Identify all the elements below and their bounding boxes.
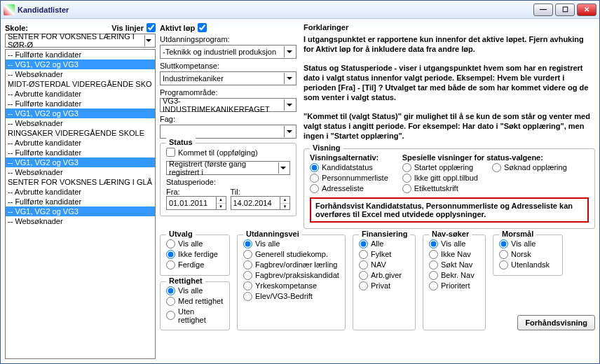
rettighet-fieldset: RettighetVis alleMed rettighetUten retti…	[160, 281, 230, 330]
radio-ikke-ferdige[interactable]: Ikke ferdige	[166, 250, 224, 259]
list-item[interactable]: -- Fullførte kandidater	[6, 197, 155, 206]
list-item[interactable]: -- VG1, VG2 og VG3	[6, 206, 155, 216]
forklaringer-heading: Forklaringer	[304, 23, 595, 31]
radio-fagbrev-ordin-r-l-rling[interactable]: Fagbrev/ordinær lærling	[243, 260, 339, 270]
radio-vis-alle[interactable]: Vis alle	[243, 239, 339, 248]
minimize-button[interactable]: —	[533, 4, 553, 16]
programomrade-combo[interactable]: VG3-INDUSTRIMEKANIKERFAGET	[160, 98, 296, 112]
radio-prioritert[interactable]: Prioritert	[429, 281, 479, 290]
radio-s-kt-nav[interactable]: Søkt Nav	[429, 260, 479, 270]
skole-combo[interactable]: SENTER FOR VOKSNES LÆRING I SØR-Ø	[5, 34, 156, 48]
visning-row: Visningsalternativ: Kandidatstatus Perso…	[310, 153, 589, 193]
radio-vis-alle[interactable]: Vis alle	[499, 239, 557, 248]
radio-utenlandsk[interactable]: Utenlandsk	[499, 260, 557, 270]
list-item[interactable]: -- Fullførte kandidater	[6, 50, 155, 59]
radio-elev-vg3-bedrift[interactable]: Elev/VG3-Bedrift	[243, 292, 339, 301]
fra-col: Fra: 01.01.2011 ▲▼	[166, 188, 226, 210]
status-legend: Status	[166, 138, 196, 146]
fag-combo[interactable]	[160, 125, 296, 139]
radio-soknad-opplaering[interactable]: Søknad opplæring	[492, 163, 567, 172]
maximize-button[interactable]: ☐	[555, 4, 575, 16]
radio-generell-studiekomp-[interactable]: Generell studiekomp.	[243, 250, 339, 259]
list-item[interactable]: RINGSAKER VIDEREGÅENDE SKOLE	[6, 128, 155, 138]
legend: Morsmål	[499, 230, 536, 238]
statusperiode-label: Statusperiode:	[166, 178, 290, 186]
chevron-down-icon	[278, 162, 287, 174]
skole-list[interactable]: -- Fullførte kandidater-- VG1, VG2 og VG…	[5, 49, 156, 359]
radio-yrkeskompetanse[interactable]: Yrkeskompetanse	[243, 281, 339, 290]
til-input[interactable]: 14.02.2014 ▲▼	[231, 196, 291, 210]
right-panel: Forklaringer I utgangspunktet er rapport…	[304, 23, 595, 229]
programomrade-label: Programområde:	[160, 88, 296, 97]
radio-nav[interactable]: NAV	[359, 260, 409, 270]
forhandsvisning-button[interactable]: Forhåndsvisning	[517, 315, 595, 330]
list-item[interactable]: -- VG1, VG2 og VG3	[6, 59, 155, 69]
fra-input[interactable]: 01.01.2011 ▲▼	[166, 196, 226, 210]
radio-etikettutskrift[interactable]: Etikettutskrift	[402, 184, 478, 193]
morsmal-fieldset: MorsmålVis alleNorskUtenlandsk	[493, 234, 563, 276]
radio-fagbrev-praksiskandidat[interactable]: Fagbrev/praksiskandidat	[243, 271, 339, 280]
list-item[interactable]: -- Fullførte kandidater	[6, 148, 155, 158]
list-item[interactable]: -- Avbrutte kandidater	[6, 138, 155, 148]
vis-linjer-checkbox[interactable]	[146, 23, 156, 32]
list-item[interactable]: SENTER FOR VOKSNES LÆRING I GLÅ	[6, 177, 155, 187]
body: Skole: Vis linjer SENTER FOR VOKSNES LÆR…	[1, 19, 599, 363]
list-item[interactable]: -- Websøknader	[6, 118, 155, 128]
status-combo[interactable]: Registrert (første gang registrert i	[166, 161, 290, 175]
chevron-down-icon	[144, 35, 153, 46]
list-item[interactable]: -- Websøknader	[6, 216, 155, 226]
radio-bekr-nav[interactable]: Bekr. Nav	[429, 271, 479, 280]
list-item[interactable]: -- VG1, VG2 og VG3	[6, 108, 155, 118]
red-note: Forhåndsvist Kandidatstatus, Personnumme…	[310, 197, 589, 223]
date-row: Fra: 01.01.2011 ▲▼ Til: 14.02.2014	[166, 188, 290, 210]
list-item[interactable]: -- Websøknader	[6, 167, 155, 177]
morsmal-preview-col: MorsmålVis alleNorskUtenlandsk Forhåndsv…	[493, 232, 595, 330]
aktivt-lop-label: Aktivt løp	[160, 24, 195, 32]
utdanningsprogram-label: Utdanningsprogram:	[160, 35, 296, 43]
utdanningsprogram-combo[interactable]: -Teknikk og industriell produksjon	[160, 45, 296, 59]
legend: Rettighet	[166, 276, 205, 285]
close-button[interactable]: ✕	[577, 4, 596, 16]
list-item[interactable]: -- Websøknader	[6, 69, 155, 79]
radio-adresseliste[interactable]: Adresseliste	[310, 184, 388, 193]
right-wrapper: Aktivt løp Utdanningsprogram: -Teknikk o…	[160, 23, 595, 359]
kommet-til-row: Kommet til (oppfølging)	[166, 148, 290, 157]
chevron-down-icon	[284, 73, 294, 84]
radio-fylket[interactable]: Fylket	[359, 250, 409, 259]
radio-privat[interactable]: Privat	[359, 281, 409, 290]
list-item[interactable]: MIDT-ØSTERDAL VIDEREGÅENDE SKO	[6, 79, 155, 89]
radio-ikke-gitt[interactable]: Ikke gitt oppl.tilbud	[402, 174, 478, 183]
radio-vis-alle[interactable]: Vis alle	[166, 286, 224, 295]
upper-row: Aktivt løp Utdanningsprogram: -Teknikk o…	[160, 23, 595, 229]
chevron-down-icon	[284, 46, 294, 57]
kommet-til-checkbox[interactable]	[166, 148, 175, 157]
radio-med-rettighet[interactable]: Med rettighet	[166, 297, 224, 306]
radio-kandidatstatus[interactable]: Kandidatstatus	[310, 163, 388, 172]
spinner-icon[interactable]: ▲▼	[280, 196, 290, 210]
radio-vis-alle[interactable]: Vis alle	[166, 239, 224, 248]
chevron-down-icon	[284, 126, 294, 137]
list-item[interactable]: -- Avbrutte kandidater	[6, 187, 155, 197]
titlebar: Kandidatlister — ☐ ✕	[1, 1, 599, 19]
radio-personnummerliste[interactable]: Personnummerliste	[310, 174, 388, 183]
radio-arb-giver[interactable]: Arb.giver	[359, 271, 409, 280]
radio-uten-rettighet[interactable]: Uten rettighet	[166, 307, 224, 324]
radio-ikke-nav[interactable]: Ikke Nav	[429, 250, 479, 259]
list-item[interactable]: -- Fullførte kandidater	[6, 99, 155, 108]
til-label: Til:	[231, 188, 291, 196]
list-item[interactable]: -- VG1, VG2 og VG3	[6, 158, 155, 167]
list-item[interactable]: -- Avbrutte kandidater	[6, 89, 155, 99]
spinner-icon[interactable]: ▲▼	[217, 196, 226, 210]
aktivt-lop-checkbox[interactable]	[198, 23, 207, 32]
utvalg-rettighet-col: UtvalgVis alleIkke ferdigeFerdige Rettig…	[160, 232, 230, 330]
fra-label: Fra:	[166, 188, 226, 196]
window: Kandidatlister — ☐ ✕ Skole: Vis linjer S…	[0, 0, 600, 364]
radio-alle[interactable]: Alle	[359, 239, 409, 248]
spes-col1: Startet opplæring Ikke gitt oppl.tilbud …	[402, 163, 478, 193]
radio-norsk[interactable]: Norsk	[499, 250, 557, 259]
visning-legend: Visning	[310, 144, 343, 152]
sluttkompetanse-combo[interactable]: Industrimekaniker	[160, 71, 296, 85]
radio-startet-opplaering[interactable]: Startet opplæring	[402, 163, 478, 172]
radio-ferdige[interactable]: Ferdige	[166, 260, 224, 270]
radio-vis-alle[interactable]: Vis alle	[429, 239, 479, 248]
